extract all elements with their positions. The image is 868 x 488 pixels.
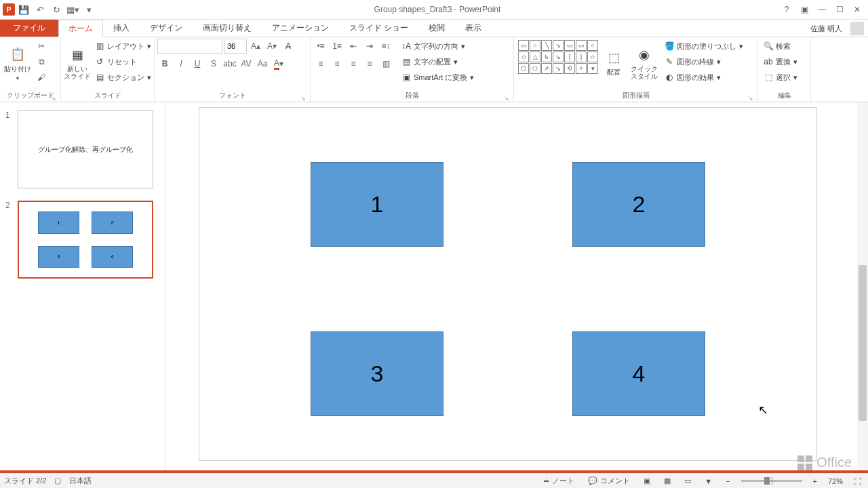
- clear-format-icon[interactable]: A̶: [281, 39, 296, 54]
- slideshow-view-icon[interactable]: ▼: [702, 477, 715, 485]
- help-icon[interactable]: ?: [778, 3, 795, 16]
- shapes-gallery[interactable]: ▭○╲↘▭▭○ ◇△↳↘{}☆ ⬠⬡↗↘⟲✧▾: [517, 39, 599, 75]
- sorter-view-icon[interactable]: ▦: [661, 476, 673, 485]
- arrange-button[interactable]: ⬚配置: [601, 39, 627, 87]
- ribbon-tabs: ファイル ホーム 挿入 デザイン 画面切り替え アニメーション スライド ショー…: [0, 20, 868, 37]
- scrollbar-thumb[interactable]: [859, 265, 867, 421]
- reset-button[interactable]: ↺リセット: [92, 54, 154, 69]
- text-direction-button[interactable]: ↕A文字列の方向▾: [399, 39, 477, 54]
- slide[interactable]: 1 2 3 4: [199, 108, 816, 460]
- slide-counter[interactable]: スライド 2/2: [4, 476, 46, 486]
- shape-4[interactable]: 4: [572, 331, 705, 416]
- thumb-number: 2: [5, 201, 14, 279]
- thumbnail-slide-1[interactable]: グループ化解除、再グループ化: [18, 110, 153, 188]
- justify-button[interactable]: ≡: [362, 56, 377, 71]
- shadow-button[interactable]: abc: [222, 56, 237, 71]
- redo-icon[interactable]: ↻: [49, 2, 64, 17]
- increase-indent-button[interactable]: ⇥: [362, 39, 377, 54]
- shape-3[interactable]: 3: [311, 331, 443, 416]
- smartart-icon: ▣: [401, 73, 411, 82]
- bullets-button[interactable]: •≡: [313, 39, 328, 54]
- align-left-button[interactable]: ≡: [313, 56, 328, 71]
- shape-effects-button[interactable]: ◐図形の効果▾: [662, 70, 746, 85]
- case-button[interactable]: Aa: [255, 56, 270, 71]
- avatar[interactable]: [850, 22, 864, 35]
- launcher-icon[interactable]: ↘: [51, 95, 56, 102]
- align-center-button[interactable]: ≡: [330, 56, 344, 71]
- shape-2[interactable]: 2: [572, 162, 705, 247]
- numbering-button[interactable]: 1≡: [330, 39, 344, 54]
- shrink-font-icon[interactable]: A▾: [264, 39, 279, 54]
- tab-insert[interactable]: 挿入: [103, 20, 140, 37]
- group-slides: スライド: [64, 91, 151, 102]
- tab-design[interactable]: デザイン: [140, 20, 193, 37]
- undo-icon[interactable]: ↶: [33, 2, 47, 17]
- align-right-button[interactable]: ≡: [346, 56, 361, 71]
- quick-styles-button[interactable]: ◉クイック スタイル: [628, 39, 660, 87]
- reading-view-icon[interactable]: ▭: [682, 476, 694, 485]
- decrease-indent-button[interactable]: ⇤: [346, 39, 361, 54]
- user-name[interactable]: 佐藤 明人: [810, 24, 842, 34]
- align-text-button[interactable]: ▤文字の配置▾: [399, 54, 477, 69]
- cut-icon[interactable]: ✂: [34, 39, 49, 54]
- layout-button[interactable]: ▥レイアウト▾: [92, 39, 154, 54]
- underline-button[interactable]: U: [190, 56, 205, 71]
- group-font: フォント: [219, 92, 246, 99]
- new-slide-button[interactable]: ▦新しい スライド: [64, 39, 91, 87]
- zoom-out-button[interactable]: −: [723, 477, 732, 485]
- section-button[interactable]: ▤セクション▾: [92, 70, 154, 85]
- italic-button[interactable]: I: [174, 56, 189, 71]
- spacing-button[interactable]: AV: [239, 56, 254, 71]
- thumbnail-slide-2[interactable]: 1 2 3 4: [18, 201, 153, 279]
- grow-font-icon[interactable]: A▴: [248, 39, 263, 54]
- line-spacing-button[interactable]: ≡↕: [378, 39, 393, 54]
- find-button[interactable]: 🔍検索: [761, 39, 800, 54]
- slide-canvas[interactable]: 1 2 3 4 Office: [165, 102, 868, 473]
- font-family-box[interactable]: [157, 39, 222, 54]
- comments-button[interactable]: 💬 コメント: [585, 476, 633, 486]
- font-size-box[interactable]: 36: [224, 39, 247, 54]
- replace-button[interactable]: ab置換▾: [761, 54, 800, 69]
- tab-animations[interactable]: アニメーション: [262, 20, 339, 37]
- vertical-scrollbar[interactable]: [857, 102, 868, 473]
- format-painter-icon[interactable]: 🖌: [34, 70, 49, 85]
- notes-button[interactable]: ≐ ノート: [540, 476, 577, 486]
- font-color-button[interactable]: A▾: [271, 56, 286, 71]
- thumb-shape: 2: [92, 211, 133, 234]
- save-icon[interactable]: 💾: [16, 2, 31, 17]
- strike-button[interactable]: S: [206, 56, 221, 71]
- launcher-icon[interactable]: ↘: [504, 95, 509, 102]
- zoom-slider[interactable]: [741, 480, 802, 482]
- copy-icon[interactable]: ⧉: [34, 54, 49, 69]
- tab-file[interactable]: ファイル: [0, 20, 58, 37]
- tab-transitions[interactable]: 画面切り替え: [193, 20, 262, 37]
- ribbon-options-icon[interactable]: ▣: [796, 3, 812, 16]
- minimize-icon[interactable]: —: [814, 3, 830, 16]
- title-bar: P 💾 ↶ ↻ ▦▾ ▾ Group shapes_Draft3 - Power…: [0, 0, 868, 20]
- tab-view[interactable]: 表示: [455, 20, 492, 37]
- zoom-in-button[interactable]: +: [810, 477, 820, 485]
- smartart-button[interactable]: ▣SmartArt に変換▾: [399, 70, 477, 85]
- normal-view-icon[interactable]: ▣: [641, 476, 653, 485]
- bold-button[interactable]: B: [157, 56, 172, 71]
- shape-fill-button[interactable]: 🪣図形の塗りつぶし▾: [662, 39, 746, 54]
- zoom-level[interactable]: 72%: [828, 477, 843, 485]
- launcher-icon[interactable]: ↘: [748, 95, 753, 102]
- language-indicator[interactable]: 日本語: [69, 476, 92, 486]
- tab-review[interactable]: 校閲: [418, 20, 455, 37]
- close-icon[interactable]: ✕: [849, 3, 865, 16]
- tab-slideshow[interactable]: スライド ショー: [339, 20, 418, 37]
- shape-outline-button[interactable]: ✎図形の枠線▾: [662, 54, 746, 69]
- shape-1[interactable]: 1: [311, 162, 443, 247]
- fit-window-icon[interactable]: ⛶: [851, 477, 864, 485]
- qat-more-icon[interactable]: ▾: [81, 2, 96, 17]
- launcher-icon[interactable]: ↘: [300, 95, 306, 102]
- columns-button[interactable]: ▥: [378, 56, 393, 71]
- repeat-icon[interactable]: ▦▾: [65, 2, 80, 17]
- paste-button[interactable]: 📋貼り付け▾: [3, 39, 33, 87]
- select-button[interactable]: ⬚選択▾: [761, 70, 800, 85]
- effects-icon: ◐: [665, 73, 674, 82]
- spellcheck-icon[interactable]: ▢: [54, 476, 61, 485]
- maximize-icon[interactable]: ☐: [831, 3, 848, 16]
- tab-home[interactable]: ホーム: [58, 20, 103, 37]
